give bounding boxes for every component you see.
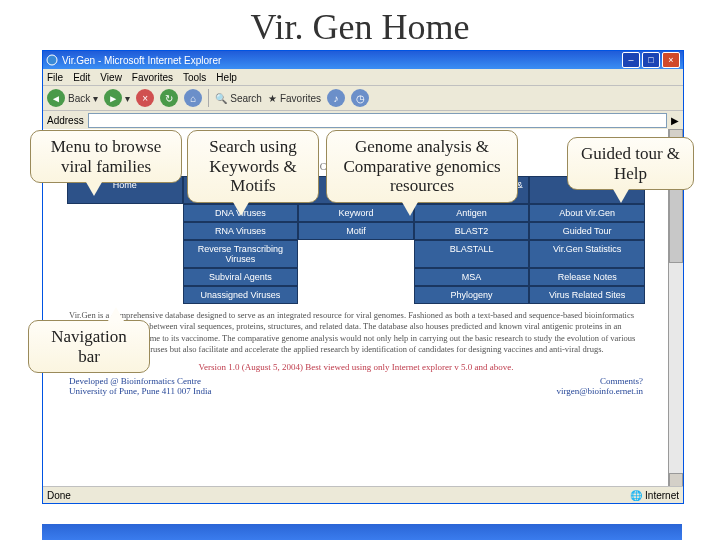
address-bar-row: Address ▶	[43, 111, 683, 130]
media-button[interactable]: ♪	[327, 89, 345, 107]
history-button[interactable]: ◷	[351, 89, 369, 107]
ie-icon	[46, 54, 58, 66]
callout-tour-help: Guided tour & Help	[567, 137, 694, 190]
nav-sub-item	[67, 204, 183, 222]
nav-sub-item	[67, 268, 183, 286]
status-right: 🌐 Internet	[630, 490, 679, 501]
slide-title: Vir. Gen Home	[0, 0, 720, 54]
browser-menu-bar: File Edit View Favorites Tools Help	[43, 69, 683, 86]
footer-addr: University of Pune, Pune 411 007 India	[69, 386, 211, 396]
footer-email[interactable]: virgen@bioinfo.ernet.in	[556, 386, 643, 396]
address-input[interactable]	[88, 113, 667, 128]
callout-navbar: Navigation bar	[28, 320, 150, 373]
internet-icon: 🌐	[630, 490, 642, 501]
svg-point-0	[47, 55, 57, 65]
nav-sub-item	[298, 240, 414, 268]
footer-comments: Comments?	[556, 376, 643, 386]
windows-taskbar[interactable]	[42, 524, 682, 540]
nav-sub-item	[298, 286, 414, 304]
go-button[interactable]: ▶	[671, 115, 679, 126]
star-icon: ★	[268, 93, 277, 104]
home-icon: ⌂	[184, 89, 202, 107]
forward-button[interactable]: ► ▾	[104, 89, 130, 107]
nav-sub-item[interactable]: RNA Viruses	[183, 222, 299, 240]
menu-file[interactable]: File	[47, 72, 63, 83]
window-title: Vir.Gen - Microsoft Internet Explorer	[62, 55, 221, 66]
search-button[interactable]: 🔍Search	[215, 93, 262, 104]
nav-sub-item	[298, 268, 414, 286]
nav-sub-item[interactable]: Subviral Agents	[183, 268, 299, 286]
callout-browse-families: Menu to browse viral families	[30, 130, 182, 183]
scroll-down-arrow[interactable]	[669, 473, 683, 487]
nav-sub-item[interactable]: About Vir.Gen	[529, 204, 645, 222]
minimize-button[interactable]: –	[622, 52, 640, 68]
menu-help[interactable]: Help	[216, 72, 237, 83]
nav-sub-item[interactable]: Unassigned Viruses	[183, 286, 299, 304]
menu-tools[interactable]: Tools	[183, 72, 206, 83]
nav-sub-item[interactable]: Vir.Gen Statistics	[529, 240, 645, 268]
nav-sub-item[interactable]: Keyword	[298, 204, 414, 222]
status-left: Done	[47, 490, 71, 501]
maximize-button[interactable]: □	[642, 52, 660, 68]
browser-toolbar: ◄Back ▾ ► ▾ × ↻ ⌂ 🔍Search ★Favorites ♪ ◷	[43, 86, 683, 111]
footer-dev: Developed @ Bioinformatics Centre	[69, 376, 211, 386]
nav-sub-item[interactable]: Phylogeny	[414, 286, 530, 304]
menu-favorites[interactable]: Favorites	[132, 72, 173, 83]
browser-window: Vir.Gen - Microsoft Internet Explorer – …	[42, 50, 684, 504]
refresh-button[interactable]: ↻	[160, 89, 178, 107]
nav-sub-item	[67, 286, 183, 304]
site-description: Vir.Gen is a comprehensive database desi…	[69, 310, 643, 356]
nav-sub-item	[67, 240, 183, 268]
nav-sub-item[interactable]: Release Notes	[529, 268, 645, 286]
nav-sub-item[interactable]: Guided Tour	[529, 222, 645, 240]
back-button[interactable]: ◄Back ▾	[47, 89, 98, 107]
window-titlebar: Vir.Gen - Microsoft Internet Explorer – …	[43, 51, 683, 69]
search-icon: 🔍	[215, 93, 227, 104]
nav-sub-item[interactable]: BLASTALL	[414, 240, 530, 268]
browser-status-bar: Done 🌐 Internet	[43, 486, 683, 503]
history-icon: ◷	[351, 89, 369, 107]
media-icon: ♪	[327, 89, 345, 107]
stop-icon: ×	[136, 89, 154, 107]
nav-sub-item[interactable]: Motif	[298, 222, 414, 240]
callout-analysis: Genome analysis & Comparative genomics r…	[326, 130, 518, 203]
stop-button[interactable]: ×	[136, 89, 154, 107]
nav-sub-item[interactable]: Virus Related Sites	[529, 286, 645, 304]
home-button[interactable]: ⌂	[184, 89, 202, 107]
nav-sub-item[interactable]: Antigen	[414, 204, 530, 222]
menu-edit[interactable]: Edit	[73, 72, 90, 83]
nav-sub-item[interactable]: MSA	[414, 268, 530, 286]
close-button[interactable]: ×	[662, 52, 680, 68]
favorites-button[interactable]: ★Favorites	[268, 93, 321, 104]
menu-view[interactable]: View	[100, 72, 122, 83]
address-label: Address	[47, 115, 84, 126]
nav-sub-item[interactable]: Reverse Transcribing Viruses	[183, 240, 299, 268]
callout-search: Search using Keywords & Motifs	[187, 130, 319, 203]
site-footer: Developed @ Bioinformatics Centre Univer…	[69, 376, 643, 396]
nav-sub-item[interactable]: BLAST2	[414, 222, 530, 240]
forward-arrow-icon: ►	[104, 89, 122, 107]
nav-sub-item	[67, 222, 183, 240]
back-arrow-icon: ◄	[47, 89, 65, 107]
refresh-icon: ↻	[160, 89, 178, 107]
